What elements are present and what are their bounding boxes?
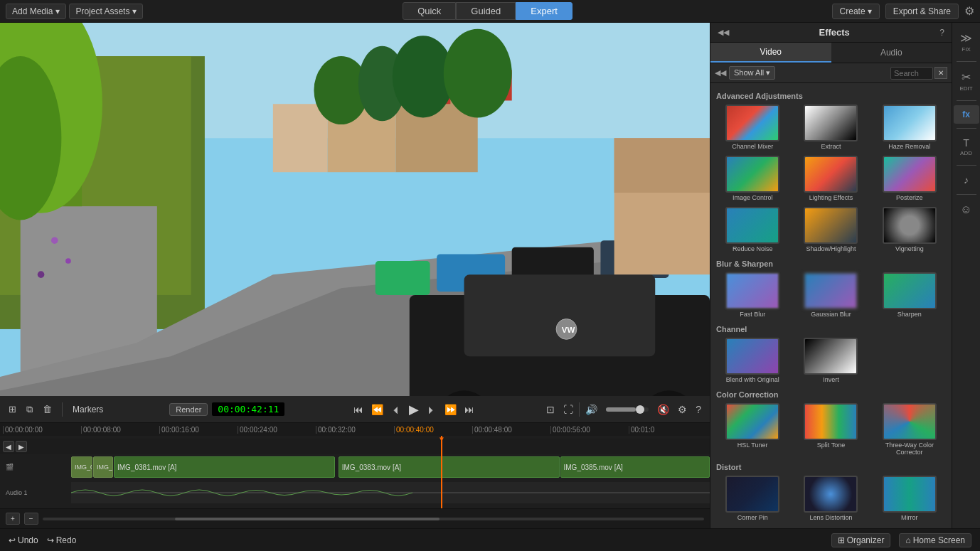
render-button[interactable]: Render <box>169 403 208 416</box>
effect-item-reduce-noise[interactable]: Reduce Noise <box>715 205 790 254</box>
playhead[interactable] <box>441 436 442 508</box>
collapse-all-btn[interactable]: ◀◀ <box>715 68 726 77</box>
clip-img0385[interactable]: IMG_0385.mov [A] <box>560 456 710 478</box>
track-nav-prev[interactable]: ◀ <box>3 441 14 452</box>
project-assets-button[interactable]: Project Assets ▾ <box>69 4 143 19</box>
effects-title: Effects <box>819 27 849 38</box>
timeline-footer: + − <box>0 508 710 528</box>
organizer-button[interactable]: ⊞ Organizer <box>831 533 891 547</box>
rewind-btn[interactable]: ⏪ <box>368 402 386 417</box>
audio-waveform <box>71 484 710 501</box>
effects-tool-btn[interactable]: fx <box>954 105 979 124</box>
tab-video[interactable]: Video <box>710 43 831 63</box>
video-track-content[interactable]: IMG_03 IMG_0368 IMG_0381.mov [A] IMG_038… <box>71 456 710 478</box>
music-tool-btn[interactable]: ♪ <box>954 170 979 190</box>
audio-track-content[interactable] <box>71 482 710 503</box>
guided-mode-button[interactable]: Guided <box>456 2 516 20</box>
redo-button[interactable]: ↪ Redo <box>47 535 77 545</box>
effects-search-input[interactable] <box>890 67 933 80</box>
home-screen-button[interactable]: ⌂ Home Screen <box>899 533 971 547</box>
effect-thumb-mirror <box>883 476 937 513</box>
fix-tool-btn[interactable]: ≫ FIX <box>954 27 979 57</box>
volume-slider[interactable] <box>606 407 649 412</box>
settings-btn[interactable]: ⚙ <box>675 402 690 417</box>
settings-icon[interactable]: ⚙ <box>964 4 974 18</box>
unlink-btn[interactable]: ⧉ <box>23 402 36 417</box>
clip-img03[interactable]: IMG_03 <box>71 456 92 478</box>
effect-label-fast-blur: Fast Blur <box>740 311 765 318</box>
effect-item-channel-mixer[interactable]: Channel Mixer <box>715 103 790 151</box>
effect-item-three-way-color-corrector[interactable]: Three-Way Color Corrector <box>872 402 947 457</box>
svg-point-10 <box>444 28 512 117</box>
top-bar-right: Create ▾ Export & Share ⚙ <box>832 4 974 19</box>
fullscreen-btn[interactable]: ⛶ <box>560 402 576 417</box>
effect-thumb-reduce-noise <box>725 207 779 244</box>
effect-label-three-way-color-corrector: Three-Way Color Corrector <box>883 442 937 456</box>
create-button[interactable]: Create ▾ <box>832 4 880 19</box>
close-search-btn[interactable]: ✕ <box>934 67 947 79</box>
effect-item-split-tone[interactable]: Split Tone <box>793 402 868 457</box>
timeline-icon-btn[interactable]: ⊞ <box>6 402 19 416</box>
quick-mode-button[interactable]: Quick <box>403 2 456 20</box>
sidebar-divider-5 <box>957 194 976 195</box>
svg-point-32 <box>38 271 45 278</box>
effect-item-corner-pin[interactable]: Corner Pin <box>715 474 790 523</box>
tab-audio[interactable]: Audio <box>831 43 952 63</box>
clip-img0381[interactable]: IMG_0381.mov [A] <box>114 456 335 478</box>
help-btn[interactable]: ? <box>693 402 704 417</box>
output-btn[interactable]: ⊡ <box>543 402 558 417</box>
emoji-tool-btn[interactable]: ☺ <box>954 199 979 220</box>
play-button[interactable]: ▶ <box>406 400 422 419</box>
track-nav-next[interactable]: ▶ <box>16 441 27 452</box>
timeline-zoom-out[interactable]: − <box>24 513 38 525</box>
effect-item-image-control[interactable]: Image Control <box>715 154 790 203</box>
effect-label-corner-pin: Corner Pin <box>737 514 768 521</box>
svg-text:VW: VW <box>562 325 575 333</box>
clip-img0368[interactable]: IMG_0368 <box>93 456 113 478</box>
effect-item-lens-distortion[interactable]: Lens Distortion <box>793 474 868 523</box>
effect-item-posterize[interactable]: Posterize <box>872 154 947 203</box>
effects-help-icon[interactable]: ? <box>939 28 944 38</box>
effect-item-extract[interactable]: Extract <box>793 103 868 151</box>
skip-to-end-btn[interactable]: ⏭ <box>462 402 477 417</box>
fast-fwd-btn[interactable]: ⏩ <box>442 402 459 417</box>
timeline-scrollbar[interactable] <box>43 518 704 520</box>
playback-controls: ⏮ ⏪ ⏴ ▶ ⏵ ⏩ ⏭ <box>351 400 477 419</box>
effect-item-fast-blur[interactable]: Fast Blur <box>715 271 790 319</box>
effect-item-gaussian-blur[interactable]: Gaussian Blur <box>793 271 868 319</box>
effect-item-lighting-effects[interactable]: Lighting Effects <box>793 154 868 203</box>
timeline-controls: ⊞ ⧉ 🗑 Markers Render 00:00:42:11 ⏮ ⏪ ⏴ ▶… <box>0 396 710 423</box>
effect-item-vignetting[interactable]: Vignetting <box>872 205 947 254</box>
clip-img0383[interactable]: IMG_0383.mov [A] <box>339 456 560 478</box>
delete-btn[interactable]: 🗑 <box>40 402 55 416</box>
effect-label-reduce-noise: Reduce Noise <box>733 245 773 252</box>
effect-item-shadow/highlight[interactable]: Shadow/Highlight <box>793 205 868 254</box>
effects-grid-distort: Corner PinLens DistortionMirror <box>715 474 947 523</box>
step-fwd-btn[interactable]: ⏵ <box>424 402 440 417</box>
effect-thumb-extract <box>804 105 858 141</box>
timeline-zoom-in[interactable]: + <box>6 513 20 525</box>
svg-rect-17 <box>376 260 430 294</box>
effect-item-mirror[interactable]: Mirror <box>872 474 947 523</box>
step-back-btn[interactable]: ⏴ <box>388 402 404 417</box>
effect-item-invert[interactable]: Invert <box>793 336 868 385</box>
show-all-dropdown[interactable]: Show All ▾ <box>729 66 775 80</box>
volume-btn[interactable]: 🔊 <box>582 402 600 417</box>
effect-item-sharpen[interactable]: Sharpen <box>872 271 947 319</box>
collapse-panel-btn[interactable]: ◀◀ <box>718 28 729 37</box>
add-media-button[interactable]: Add Media ▾ <box>6 4 66 19</box>
add-tool-btn[interactable]: T ADD <box>954 133 979 161</box>
effect-item-blend-with-original[interactable]: Blend with Original <box>715 336 790 385</box>
export-share-button[interactable]: Export & Share <box>885 4 959 19</box>
skip-to-start-btn[interactable]: ⏮ <box>351 402 366 417</box>
effect-item-hsl-tuner[interactable]: HSL Tuner <box>715 402 790 457</box>
divider2 <box>579 402 580 417</box>
effect-item-haze-removal[interactable]: Haze Removal <box>872 103 947 151</box>
effects-grid-blur-&-sharpen: Fast BlurGaussian BlurSharpen <box>715 271 947 319</box>
mute-btn[interactable]: 🔇 <box>654 402 672 417</box>
markers-label: Markers <box>73 405 103 414</box>
expert-mode-button[interactable]: Expert <box>516 2 572 20</box>
undo-button[interactable]: ↩ Undo <box>9 535 38 545</box>
edit-tool-btn[interactable]: ✂ EDIT <box>954 66 979 96</box>
effect-label-mirror: Mirror <box>901 514 918 521</box>
